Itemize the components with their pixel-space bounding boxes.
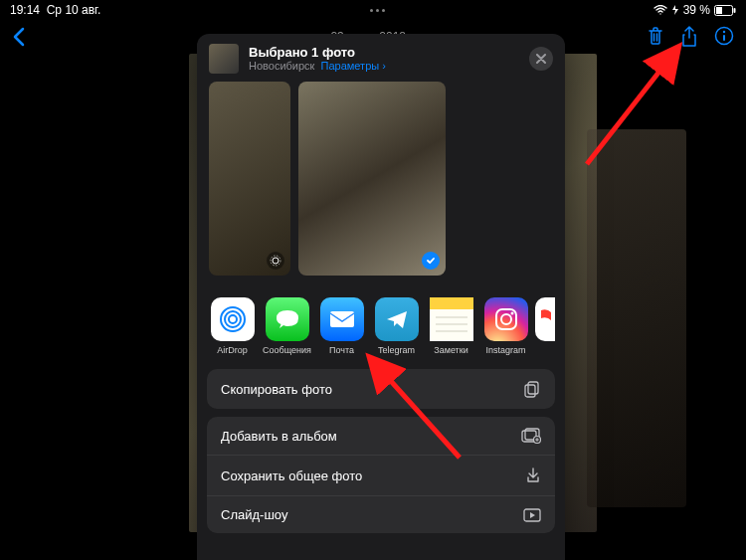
sheet-header: Выбрано 1 фото Новосибирск Параметры › xyxy=(197,34,565,82)
action-label: Добавить в альбом xyxy=(221,429,337,444)
svg-point-9 xyxy=(225,311,241,327)
close-button[interactable] xyxy=(529,47,553,71)
header-thumbnail xyxy=(209,44,239,74)
sheet-subtitle: Новосибирск Параметры › xyxy=(249,60,519,73)
play-icon xyxy=(523,508,541,522)
app-telegram[interactable]: Telegram xyxy=(371,297,422,355)
share-apps-row[interactable]: AirDrop Сообщения Почта Telegram Заметки… xyxy=(197,287,565,363)
background-photo-side xyxy=(587,129,686,507)
app-messages[interactable]: Сообщения xyxy=(262,297,312,355)
app-mail[interactable]: Почта xyxy=(316,297,367,355)
action-label: Скопировать фото xyxy=(221,382,332,397)
svg-rect-13 xyxy=(430,309,473,341)
app-label: Сообщения xyxy=(263,345,311,355)
status-time: 19:14 xyxy=(10,3,40,17)
svg-point-18 xyxy=(501,314,511,324)
share-icon[interactable] xyxy=(680,26,698,48)
options-link[interactable]: Параметры › xyxy=(321,60,386,72)
app-label: AirDrop xyxy=(217,345,248,355)
photo-selection-row xyxy=(197,82,565,287)
status-left: 19:14 Ср 10 авг. xyxy=(10,3,100,17)
album-add-icon xyxy=(521,428,541,444)
svg-rect-2 xyxy=(734,8,736,13)
wifi-icon xyxy=(653,5,667,15)
multitask-dots[interactable] xyxy=(100,9,653,12)
battery-icon xyxy=(714,5,736,16)
action-label: Слайд-шоу xyxy=(221,507,287,522)
trash-icon[interactable] xyxy=(647,26,664,48)
app-label: Telegram xyxy=(378,345,415,355)
status-bar: 19:14 Ср 10 авг. 39 % xyxy=(0,0,746,20)
action-copy-photo[interactable]: Скопировать фото xyxy=(207,369,555,409)
share-sheet: Выбрано 1 фото Новосибирск Параметры › A… xyxy=(197,34,565,560)
selected-check-icon xyxy=(422,252,440,270)
sheet-title: Выбрано 1 фото xyxy=(249,45,519,61)
app-airdrop[interactable]: AirDrop xyxy=(207,297,258,355)
svg-point-8 xyxy=(229,315,237,323)
charging-icon xyxy=(671,5,679,15)
action-slideshow[interactable]: Слайд-шоу xyxy=(207,495,555,533)
app-label: Почта xyxy=(329,345,354,355)
app-label: Заметки xyxy=(434,345,467,355)
status-date: Ср 10 авг. xyxy=(47,3,101,17)
photo-thumb-2[interactable] xyxy=(298,82,446,276)
svg-point-19 xyxy=(510,312,513,315)
action-add-to-album[interactable]: Добавить в альбом xyxy=(207,417,555,455)
status-right: 39 % xyxy=(653,3,736,17)
svg-rect-12 xyxy=(430,297,473,309)
svg-rect-1 xyxy=(716,7,722,14)
action-label: Сохранить общее фото xyxy=(221,468,362,483)
share-actions: Скопировать фото Добавить в альбом Сохра… xyxy=(197,363,565,545)
svg-point-6 xyxy=(273,258,279,264)
copy-icon xyxy=(523,380,541,398)
svg-rect-20 xyxy=(528,382,538,394)
info-icon[interactable] xyxy=(714,26,734,48)
app-more[interactable] xyxy=(535,297,555,355)
app-label: Instagram xyxy=(485,345,525,355)
svg-rect-21 xyxy=(525,385,535,397)
action-save-shared[interactable]: Сохранить общее фото xyxy=(207,455,555,495)
svg-rect-5 xyxy=(723,35,725,41)
download-icon xyxy=(525,467,541,484)
photo-thumb-1[interactable] xyxy=(209,82,290,276)
svg-point-4 xyxy=(723,31,725,33)
back-button[interactable] xyxy=(12,27,26,47)
svg-rect-11 xyxy=(330,311,354,327)
live-photo-icon xyxy=(267,252,284,270)
app-notes[interactable]: Заметки xyxy=(426,297,476,355)
sheet-location: Новосибирск xyxy=(249,60,314,72)
app-instagram[interactable]: Instagram xyxy=(480,297,531,355)
battery-percent: 39 % xyxy=(683,3,710,17)
